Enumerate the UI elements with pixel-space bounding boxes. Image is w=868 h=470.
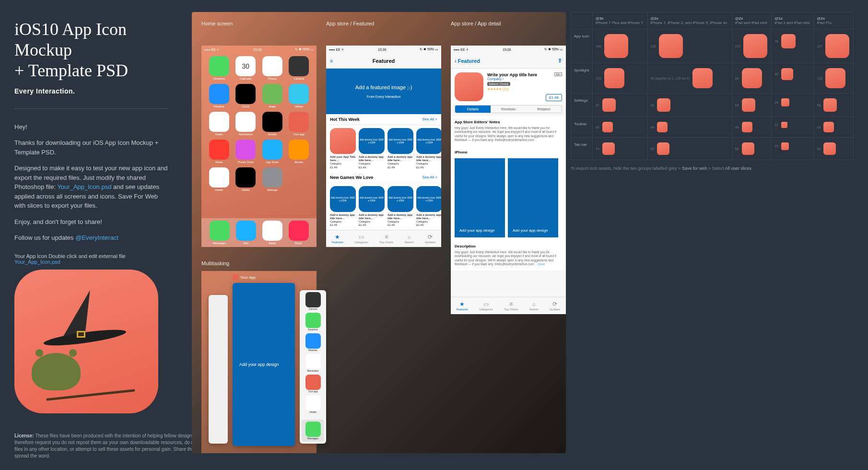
app-settings[interactable]: Settings <box>260 167 284 191</box>
editors-choice-badge: Editors' Choice <box>487 82 510 86</box>
tab-updates[interactable]: ⟳Updates <box>425 234 435 244</box>
app-photos[interactable]: Photos <box>260 56 284 80</box>
icon-sample <box>657 122 668 132</box>
label-detail: App store / App detail <box>451 21 501 26</box>
screenshots: Add your app design Add your app design <box>451 155 566 240</box>
section-new: New Games We LoveSee All > <box>326 172 441 183</box>
menu-icon[interactable]: ≡ <box>330 58 333 64</box>
intro-1: Thanks for downloading our iOS App Icon … <box>14 138 168 157</box>
icon-sample <box>742 122 752 132</box>
app-camera[interactable]: Camera <box>287 56 311 80</box>
app-facetime[interactable]: Facetime <box>207 56 231 80</box>
screenshots-header: iPhone <box>455 150 468 154</box>
mockup-featured: ••••• EE ᯤ 15:26 ↻ ✱ 50% ▭ ≡ Featured Ad… <box>326 46 441 247</box>
app-icon-preview[interactable] <box>14 270 158 413</box>
app-card[interactable]: Add dummy icon 1024 x 1024 Add a dummy a… <box>387 128 413 169</box>
app-card[interactable]: Add dummy icon 1024 x 1024 Add a dummy a… <box>387 186 413 227</box>
app-videos[interactable]: Videos <box>287 84 311 108</box>
app-news[interactable]: News <box>207 140 231 164</box>
section-hot: Hot This WeekSee All > <box>326 114 441 125</box>
tab-top-charts[interactable]: ≡Top Charts <box>379 234 393 244</box>
greeting: Hey! <box>14 122 168 132</box>
mockups-canvas: Home screen App store / Featured App sto… <box>192 12 566 453</box>
tab-featured[interactable]: ★Featured <box>332 234 343 244</box>
description: Description Hey guys! Just Every Interac… <box>451 240 566 270</box>
app-card[interactable]: Add your App Title here…Category£1.49 <box>330 128 356 169</box>
statusbar: ••••• EE ᯤ 15:26 ↻ ✱ 50% ▭ <box>326 46 441 53</box>
statusbar: ••••• EE ᯤ 15:26 ↻ ✱ 50% ▭ <box>201 46 317 53</box>
segment-related[interactable]: Related <box>526 106 562 113</box>
icon-sizes-grid: @3xiPhone 7 Plus and iPhone 7@2xiPhone 7… <box>571 12 854 171</box>
app-reminders[interactable]: Reminders <box>234 112 258 136</box>
tab-categories[interactable]: ▭Categories <box>479 301 493 311</box>
psd-link[interactable]: Your_App_Icon.psd <box>57 183 111 190</box>
tab-top-charts[interactable]: ≡Top Charts <box>504 301 518 311</box>
nav-header: ‹ Featured ⇪ <box>451 53 566 69</box>
tab-categories[interactable]: ▭Categories <box>354 234 368 244</box>
icon-sample <box>781 142 789 150</box>
segment-details[interactable]: Details <box>455 106 491 113</box>
app-card[interactable]: Add dummy icon 1024 x 1024 Add a dummy a… <box>416 128 441 169</box>
segment-reviews[interactable]: Reviews <box>491 106 526 113</box>
follow: Follow us for updates @EveryInteract <box>14 233 168 243</box>
app-clock[interactable]: Clock <box>234 84 258 108</box>
see-all-link[interactable]: See All > <box>422 175 437 180</box>
editors-notes: App Store Editors' Notes Hey guys! Just … <box>451 116 566 146</box>
tab-search[interactable]: ⌕Search <box>529 301 539 311</box>
icon-sample <box>602 98 616 112</box>
icon-sample <box>692 68 713 88</box>
app-maps[interactable]: Maps <box>260 84 284 108</box>
mini-app: Facetime <box>302 313 324 331</box>
icon-sample <box>743 34 767 58</box>
dock-app-music[interactable]: Music <box>289 221 309 245</box>
twitter-link[interactable]: @EveryInteract <box>75 234 118 241</box>
app-stocks[interactable]: Stocks <box>260 112 284 136</box>
app-icon-small <box>233 274 238 280</box>
divider <box>14 108 168 109</box>
icon-sample <box>657 98 670 112</box>
mockup-multitask: Your App Add your app design CameraFacet… <box>201 271 317 453</box>
page-title: iOS10 App Icon Mockup+ Template PSD <box>14 19 168 82</box>
app-your-app[interactable]: Your app <box>287 112 311 136</box>
screenshot: Add your app design <box>455 158 505 237</box>
app-itunes-store[interactable]: iTunes Store <box>234 140 258 164</box>
segmented-control[interactable]: DetailsReviewsRelated <box>455 105 562 113</box>
icon-sample <box>823 98 837 112</box>
app-card[interactable]: Add dummy icon 1024 x 1024 Add a dummy a… <box>359 128 385 169</box>
icon-sample <box>657 142 669 155</box>
app-card[interactable]: Add dummy icon 1024 x 1024 Add a dummy a… <box>330 186 356 227</box>
multitask-card-left <box>209 295 228 444</box>
app-notes[interactable]: Notes <box>207 112 231 136</box>
dock-app-mail[interactable]: Mail <box>236 221 256 245</box>
app-card[interactable]: Add dummy icon 1024 x 1024 Add a dummy a… <box>359 186 385 227</box>
app-ibooks[interactable]: iBooks <box>287 140 311 164</box>
icon-sample <box>825 68 845 88</box>
tab-updates[interactable]: ⟳Updates <box>550 301 560 311</box>
mockup-homescreen: ••••• EE ᯤ 15:26 ↻ ✱ 50% ▭ Facetime30Cal… <box>201 46 317 247</box>
back-button[interactable]: ‹ Featured <box>455 58 480 64</box>
icon-sample <box>823 142 836 155</box>
tab-featured[interactable]: ★Featured <box>457 301 468 311</box>
rating: ★★★★★ (11) <box>487 87 562 91</box>
app-calendar[interactable]: 30Calendar <box>234 56 258 80</box>
share-icon[interactable]: ⇪ <box>558 58 562 64</box>
icon-sample <box>659 34 683 58</box>
company-link[interactable]: Company › <box>487 77 562 81</box>
label-home: Home screen <box>201 21 233 26</box>
app-wallet[interactable]: Wallet <box>234 167 258 191</box>
label-featured: App store / Featured <box>326 21 374 26</box>
mockup-detail: ••••• EE ᯤ15:26↻ ✱ 50% ▭ ‹ Featured ⇪ Wr… <box>451 46 566 314</box>
app-weather[interactable]: Weather <box>207 84 231 108</box>
tab-search[interactable]: ⌕Search <box>405 234 414 244</box>
dock-app-messages[interactable]: Messages <box>210 221 230 245</box>
app-card[interactable]: Add dummy icon 1024 x 1024 Add a dummy a… <box>416 186 441 227</box>
more-link[interactable]: …more <box>535 262 545 266</box>
app-app-store[interactable]: App Store <box>260 140 284 164</box>
app-health[interactable]: Health <box>207 167 231 191</box>
icon-sample <box>602 122 613 132</box>
nav-header: ≡ Featured <box>326 53 441 69</box>
price-button[interactable]: £1.49 <box>546 94 562 101</box>
dock-app-safari[interactable]: Safari <box>262 221 282 245</box>
see-all-link[interactable]: See All > <box>422 117 437 122</box>
icon-sample <box>602 142 615 155</box>
